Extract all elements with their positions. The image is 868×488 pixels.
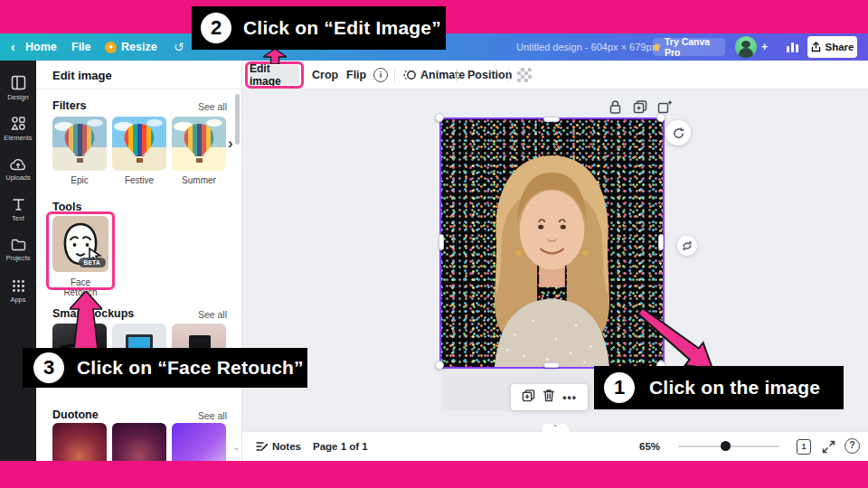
filter-label-festive: Festive bbox=[111, 175, 167, 185]
smartmockups-see-all-link[interactable]: See all bbox=[198, 309, 227, 320]
uploads-cloud-icon bbox=[10, 157, 26, 171]
resize-label: Resize bbox=[121, 33, 157, 61]
filter-label-epic: Epic bbox=[52, 175, 108, 185]
step-1-number: 1 bbox=[604, 372, 635, 403]
sidebar-item-uploads[interactable]: Uploads bbox=[0, 152, 36, 186]
design-icon bbox=[11, 75, 26, 90]
duplicate-icon[interactable] bbox=[633, 99, 647, 117]
sidebar-label: Apps bbox=[10, 296, 25, 304]
try-canva-pro-button[interactable]: ♛ Try Canva Pro bbox=[653, 38, 725, 56]
duplicate-element-icon[interactable] bbox=[522, 389, 535, 406]
status-bar: ⌃ Notes Page 1 of 1 65% 1 ? bbox=[242, 431, 868, 461]
transparency-icon[interactable] bbox=[517, 68, 532, 82]
selection-handle-bottom-left[interactable] bbox=[435, 361, 444, 370]
callout-step-3: 3 Click on “Face Retouch” bbox=[23, 348, 307, 388]
selection-handle-top[interactable] bbox=[543, 117, 560, 122]
rotate-icon bbox=[672, 127, 685, 140]
page-count-icon[interactable]: 1 bbox=[797, 439, 811, 455]
element-actions-toolbar: ••• bbox=[511, 384, 588, 410]
step-2-text: Click on “Edit Image” bbox=[243, 17, 441, 39]
callout-2-arrow bbox=[263, 49, 287, 64]
sidebar-item-text[interactable]: Text bbox=[0, 192, 36, 227]
context-toolbar: Edit image Crop Flip i Animate Position bbox=[242, 61, 868, 89]
animate-button[interactable]: Animate bbox=[420, 61, 465, 89]
share-upload-icon bbox=[811, 42, 821, 52]
zoom-slider-knob[interactable] bbox=[721, 441, 731, 451]
panel-scroll-down-icon[interactable]: ⌄ bbox=[232, 443, 240, 452]
avatar[interactable] bbox=[735, 36, 757, 58]
object-panel-sidebar: Design Elements Uploads Text Projects Ap… bbox=[0, 61, 36, 461]
filters-scroll-chevron-icon[interactable]: › bbox=[228, 135, 233, 153]
notes-button[interactable]: Notes bbox=[272, 432, 301, 461]
step-3-number: 3 bbox=[33, 352, 64, 383]
filters-see-all-link[interactable]: See all bbox=[198, 101, 227, 112]
fullscreen-icon[interactable] bbox=[822, 440, 835, 457]
sidebar-label: Design bbox=[7, 93, 28, 101]
sidebar-item-design[interactable]: Design bbox=[0, 70, 36, 105]
screenshot: ‹ Home File ✦ Resize ↺ Untitled design -… bbox=[0, 0, 868, 488]
selected-image[interactable] bbox=[441, 119, 663, 367]
sidebar-item-elements[interactable]: Elements bbox=[0, 111, 36, 145]
filter-label-summer: Summer bbox=[171, 175, 227, 185]
duotone-thumb-2[interactable] bbox=[112, 423, 166, 461]
elements-icon bbox=[11, 116, 26, 131]
zoom-value[interactable]: 65% bbox=[639, 432, 660, 461]
apps-grid-icon bbox=[12, 279, 25, 293]
rotate-handle[interactable] bbox=[665, 120, 691, 145]
back-chevron-icon[interactable]: ‹ bbox=[11, 33, 15, 61]
resize-star-icon: ✦ bbox=[105, 42, 117, 53]
filters-heading: Filters bbox=[52, 99, 87, 112]
projects-folder-icon bbox=[11, 239, 26, 251]
help-icon[interactable]: ? bbox=[844, 438, 860, 454]
file-menu-button[interactable]: File bbox=[71, 33, 91, 61]
duotone-see-all-link[interactable]: See all bbox=[198, 410, 227, 421]
flip-arrows-icon bbox=[682, 240, 693, 251]
panel-divider bbox=[36, 89, 242, 89]
share-button[interactable]: Share bbox=[807, 36, 857, 58]
edit-image-highlight-box bbox=[245, 61, 304, 89]
home-button[interactable]: Home bbox=[25, 33, 57, 61]
crop-button[interactable]: Crop bbox=[312, 61, 338, 89]
undo-icon[interactable]: ↺ bbox=[174, 33, 184, 61]
step-3-text: Click on “Face Retouch” bbox=[77, 357, 304, 379]
duotone-thumb-3[interactable] bbox=[172, 423, 226, 461]
resize-button[interactable]: ✦ Resize bbox=[105, 33, 157, 61]
selection-handle-right[interactable] bbox=[658, 234, 664, 250]
delete-element-icon[interactable] bbox=[542, 389, 555, 406]
flip-button[interactable]: Flip bbox=[346, 61, 366, 89]
sidebar-item-apps[interactable]: Apps bbox=[0, 274, 36, 308]
info-icon[interactable]: i bbox=[373, 68, 388, 82]
notes-icon[interactable] bbox=[255, 440, 269, 457]
callout-3-arrow bbox=[70, 291, 102, 349]
duotone-thumb-1[interactable] bbox=[52, 423, 107, 461]
panel-scrollbar[interactable] bbox=[235, 94, 240, 145]
add-member-button[interactable]: + bbox=[761, 33, 768, 61]
add-page-icon[interactable] bbox=[657, 99, 672, 117]
sidebar-label: Uploads bbox=[5, 174, 31, 182]
collapse-toolbar-tab[interactable]: ⌃ bbox=[541, 423, 570, 432]
selection-handle-top-left[interactable] bbox=[435, 113, 444, 122]
more-options-icon[interactable]: ••• bbox=[562, 391, 577, 404]
crown-icon: ♛ bbox=[653, 42, 661, 52]
selection-handle-left[interactable] bbox=[439, 234, 444, 250]
flip-handle[interactable] bbox=[677, 236, 697, 256]
position-button[interactable]: Position bbox=[467, 61, 512, 89]
toolbar-divider bbox=[508, 68, 509, 82]
try-pro-label: Try Canva Pro bbox=[665, 36, 725, 58]
animate-icon[interactable] bbox=[403, 69, 417, 86]
filter-thumb-festive[interactable] bbox=[112, 117, 166, 171]
selection-handle-bottom[interactable] bbox=[543, 362, 560, 368]
callout-1-arrow bbox=[633, 307, 719, 375]
share-label: Share bbox=[826, 42, 854, 52]
duotone-heading: Duotone bbox=[52, 408, 99, 421]
step-1-text: Click on the image bbox=[649, 377, 820, 399]
lock-icon[interactable] bbox=[609, 99, 622, 118]
sidebar-item-projects[interactable]: Projects bbox=[0, 233, 36, 267]
filter-thumb-summer[interactable] bbox=[172, 117, 226, 171]
page-indicator[interactable]: Page 1 of 1 bbox=[313, 432, 368, 461]
insights-chart-icon[interactable] bbox=[786, 40, 799, 57]
filter-thumb-epic[interactable] bbox=[52, 117, 107, 171]
document-title[interactable]: Untitled design - 604px × 679px bbox=[516, 33, 656, 61]
sidebar-label: Elements bbox=[4, 134, 32, 142]
text-icon bbox=[12, 198, 25, 211]
